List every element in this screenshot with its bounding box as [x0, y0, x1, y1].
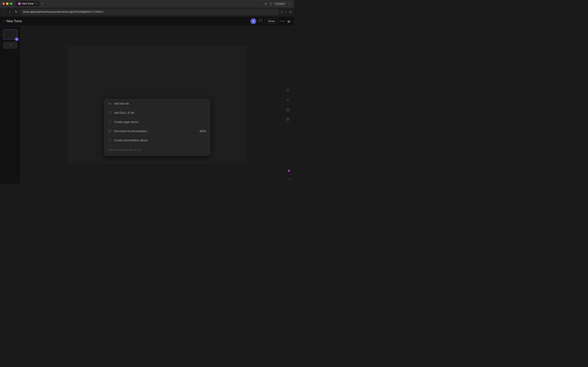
- page-icon: [108, 120, 112, 124]
- address-actions: ⊡ ☆ ⊞: [281, 10, 292, 13]
- tab-favicon: [18, 2, 21, 5]
- sparkle-button[interactable]: ✦: [287, 168, 291, 174]
- menu-item-label: Document to presentation...: [114, 129, 197, 133]
- input-placeholder[interactable]: What would you like to do?: [108, 147, 207, 152]
- menu-item-doc-to-presentation[interactable]: Document to presentation... BETA: [104, 127, 210, 136]
- incognito-label: Incognito: [276, 2, 285, 5]
- text-tile-icon: Aa: [108, 101, 112, 106]
- ai-button[interactable]: [285, 87, 291, 93]
- browser-chrome: New Tome ✕ + ⊞ ◫ Incognito ⋮: [0, 0, 294, 7]
- browser-actions: ⊞ ◫ Incognito ⋮: [264, 2, 292, 6]
- svg-point-15: [286, 118, 290, 121]
- address-bar: ‹ › ↻ tome.app/sarahsworkspace/new-tome-…: [0, 7, 294, 16]
- extensions-icon[interactable]: ⊞: [289, 10, 292, 13]
- maximize-button[interactable]: [10, 2, 12, 5]
- svg-point-17: [288, 118, 288, 119]
- svg-point-10: [287, 109, 289, 110]
- canvas-area: Title Aa Add text tile Add DALL·E tile: [20, 26, 294, 184]
- slide-thumbnail[interactable]: S: [3, 29, 17, 40]
- back-button[interactable]: ‹: [2, 9, 6, 14]
- reload-button[interactable]: ↻: [14, 9, 19, 14]
- svg-point-16: [287, 119, 287, 119]
- menu-item-create-page[interactable]: Create page about...: [104, 117, 210, 127]
- action-menu: Aa Add text tile Add DALL·E tile: [104, 99, 210, 156]
- tab-close-icon[interactable]: ✕: [35, 2, 37, 5]
- menu-item-label: Create page about...: [114, 120, 207, 124]
- header-right: S Share ••• ▶: [251, 18, 291, 24]
- main-layout: 1 S + Title Aa Add text tile: [0, 26, 294, 184]
- document-title: New Tome: [7, 19, 22, 23]
- user-avatar-button[interactable]: S: [251, 18, 256, 24]
- bookmark-icon[interactable]: ☆: [285, 10, 287, 13]
- incognito-badge: Incognito: [274, 2, 286, 6]
- add-button[interactable]: [285, 97, 291, 103]
- menu-item-add-text[interactable]: Aa Add text tile: [104, 99, 210, 108]
- palette-button[interactable]: [285, 117, 291, 122]
- comment-button[interactable]: [259, 19, 262, 24]
- menu-item-add-dalle[interactable]: Add DALL·E tile: [104, 108, 210, 117]
- menu-item-create-presentation[interactable]: Create presentation about... ›: [104, 136, 210, 145]
- right-toolbar: [285, 87, 291, 122]
- chevron-right-icon: ›: [206, 139, 207, 142]
- dalle-icon: [108, 111, 112, 115]
- tab-bar: New Tome ✕ +: [16, 1, 262, 7]
- menu-icon[interactable]: ⋮: [287, 2, 292, 6]
- video-icon[interactable]: ⊡: [281, 10, 283, 13]
- input-area: What would you like to do?: [104, 145, 210, 156]
- traffic-lights: [2, 2, 12, 5]
- app-header: ‹ New Tome S Share ••• ▶: [0, 16, 294, 26]
- sidebar-icon[interactable]: ◫: [269, 2, 273, 6]
- menu-item-label: Add text tile: [114, 102, 207, 105]
- svg-rect-4: [108, 139, 111, 141]
- add-slide-button[interactable]: +: [3, 42, 17, 49]
- svg-rect-1: [108, 121, 111, 123]
- menu-item-label: Create presentation about...: [114, 139, 203, 142]
- new-tab-button[interactable]: +: [40, 2, 44, 6]
- beta-badge: BETA: [199, 130, 207, 133]
- share-button[interactable]: Share: [265, 18, 278, 24]
- active-tab[interactable]: New Tome ✕: [16, 1, 40, 7]
- slide-user-avatar: S: [15, 37, 18, 41]
- cast-icon[interactable]: ⊞: [264, 2, 268, 6]
- presentation-icon: [108, 138, 112, 142]
- svg-point-18: [288, 119, 289, 119]
- target-button[interactable]: [285, 107, 291, 113]
- back-to-home-button[interactable]: ‹: [3, 19, 4, 23]
- play-button[interactable]: ▶: [288, 19, 291, 24]
- address-field[interactable]: tome.app/sarahsworkspace/new-tome-clgm67…: [21, 9, 279, 15]
- sidebar: 1 S +: [0, 26, 20, 184]
- help-button[interactable]: ?: [289, 178, 291, 182]
- forward-button[interactable]: ›: [8, 9, 11, 14]
- slide-canvas[interactable]: Title Aa Add text tile Add DALL·E tile: [67, 46, 247, 164]
- minimize-button[interactable]: [6, 2, 9, 5]
- slide-1-container: 1 S: [3, 29, 17, 40]
- address-text: tome.app/sarahsworkspace/new-tome-clgm67…: [23, 10, 103, 13]
- slide-number: 1: [1, 33, 2, 36]
- close-button[interactable]: [2, 2, 5, 5]
- menu-item-label: Add DALL·E tile: [114, 111, 207, 114]
- more-options-button[interactable]: •••: [281, 19, 285, 23]
- doc-icon: [108, 129, 112, 133]
- tab-title: New Tome: [22, 2, 34, 5]
